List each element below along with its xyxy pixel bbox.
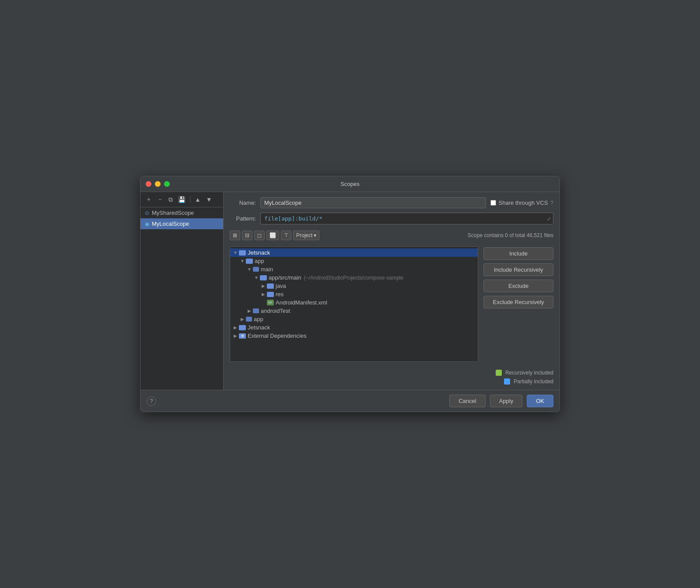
- cancel-button[interactable]: Cancel: [449, 395, 485, 407]
- tree-node-external-deps[interactable]: ⊞ External Dependencies: [230, 332, 478, 340]
- tree-node-app[interactable]: app: [230, 257, 478, 265]
- folder-icon: [239, 325, 246, 330]
- expand-arrow[interactable]: [260, 292, 267, 297]
- tree-node-java[interactable]: java: [230, 282, 478, 290]
- multi-folder-icon: ⊞: [239, 333, 246, 339]
- manifest-file-icon: MF: [267, 300, 274, 305]
- tree-node-androidtest[interactable]: androidTest: [230, 307, 478, 315]
- tree-node-app-src-main[interactable]: app/src/main (~/AndroidStudioProjects/co…: [230, 273, 478, 282]
- title-bar: Scopes: [140, 176, 560, 192]
- folder-icon: [253, 308, 259, 313]
- dialog-title: Scopes: [340, 181, 359, 187]
- toolbar-separator: [190, 196, 190, 203]
- include-recursively-button[interactable]: Include Recursively: [483, 263, 553, 276]
- expand-arrow[interactable]: [239, 317, 246, 322]
- partially-included-label: Partially included: [514, 378, 553, 385]
- add-scope-button[interactable]: ＋: [144, 195, 154, 204]
- dialog-body: ＋ － ⧉ 💾 ▲ ▼ ⊙ MySharedScope ◉ MyLocalSco…: [140, 192, 560, 390]
- project-label: Project: [296, 232, 312, 238]
- folder-icon: [246, 317, 252, 322]
- node-label: main: [261, 266, 273, 273]
- node-label-secondary: (~/AndroidStudioProjects/compose-sample: [304, 275, 403, 281]
- pattern-input-wrap: ⤢: [260, 213, 553, 224]
- recursively-included-label: Recursively included: [505, 370, 553, 376]
- expand-arrow[interactable]: [246, 267, 253, 272]
- folder-icon: [239, 250, 246, 256]
- legend-recursively-included: Recursively included: [496, 370, 553, 376]
- expand-arrow[interactable]: [260, 284, 267, 288]
- action-panel: Include Include Recursively Exclude Excl…: [483, 246, 553, 362]
- minimize-button[interactable]: [155, 181, 161, 187]
- sidebar-item-mysharedscope[interactable]: ⊙ MySharedScope: [140, 207, 223, 218]
- ok-button[interactable]: OK: [527, 395, 553, 407]
- file-tree[interactable]: Jetsnack app main: [230, 246, 478, 362]
- node-label: res: [276, 291, 284, 298]
- pattern-row: Pattern: ⤢: [230, 213, 553, 224]
- close-button[interactable]: [146, 181, 151, 187]
- sidebar-item-mylocalscope[interactable]: ◉ MyLocalScope: [140, 218, 223, 229]
- scope-status: Scope contains 0 of total 46,521 files: [468, 232, 553, 238]
- expand-arrow[interactable]: [232, 250, 239, 255]
- bottom-bar: ? Cancel Apply OK: [140, 390, 560, 412]
- expand-all-button[interactable]: ⊟: [242, 231, 252, 240]
- include-button[interactable]: Include: [483, 247, 553, 260]
- content-area: Jetsnack app main: [230, 246, 553, 362]
- maximize-button[interactable]: [164, 181, 170, 187]
- sidebar-item-label: MySharedScope: [152, 210, 194, 216]
- node-label: app: [255, 258, 264, 264]
- pattern-expand-icon[interactable]: ⤢: [547, 216, 551, 221]
- node-label: app/src/main: [269, 274, 301, 281]
- project-dropdown-button[interactable]: Project ▾: [293, 231, 319, 240]
- expand-arrow[interactable]: [239, 259, 246, 263]
- legend-area: Recursively included Partially included: [230, 366, 553, 385]
- name-row: Name: Share through VCS ?: [230, 197, 553, 208]
- tree-node-res[interactable]: res: [230, 290, 478, 298]
- save-scope-button[interactable]: 💾: [176, 195, 187, 204]
- folder-icon: [267, 292, 274, 297]
- help-button[interactable]: ?: [147, 396, 156, 406]
- node-label: java: [276, 283, 286, 289]
- filter-button[interactable]: ⊤: [281, 231, 291, 240]
- copy-scope-button[interactable]: ⧉: [167, 195, 175, 204]
- share-vcs-help-icon[interactable]: ?: [550, 200, 553, 206]
- dropdown-arrow-icon: ▾: [314, 232, 316, 238]
- sidebar-item-label: MyLocalScope: [152, 220, 189, 227]
- share-vcs-checkbox[interactable]: [490, 200, 496, 206]
- move-down-button[interactable]: ▼: [204, 195, 214, 204]
- expand-arrow[interactable]: [246, 308, 253, 313]
- show-files-button[interactable]: ◻: [254, 231, 265, 240]
- partially-included-swatch: [504, 378, 510, 385]
- bottom-right: Cancel Apply OK: [449, 395, 553, 407]
- node-label: androidTest: [261, 308, 290, 314]
- node-label: app: [254, 316, 263, 322]
- expand-arrow[interactable]: [232, 325, 239, 330]
- show-modules-button[interactable]: ⬜: [266, 231, 279, 240]
- shared-scope-icon: ⊙: [145, 210, 149, 216]
- main-content: Name: Share through VCS ? Pattern: ⤢ ⊞: [224, 192, 560, 390]
- sidebar: ＋ － ⧉ 💾 ▲ ▼ ⊙ MySharedScope ◉ MyLocalSco…: [140, 192, 224, 390]
- move-up-button[interactable]: ▲: [193, 195, 203, 204]
- pattern-input[interactable]: [260, 213, 553, 224]
- share-vcs-label: Share through VCS: [499, 200, 548, 206]
- recursively-included-swatch: [496, 370, 502, 376]
- folder-icon: [267, 284, 274, 289]
- expand-arrow[interactable]: [232, 333, 239, 338]
- tree-node-androidmanifest[interactable]: MF AndroidManifest.xml: [230, 298, 478, 307]
- folder-icon: [253, 267, 259, 272]
- remove-scope-button[interactable]: －: [155, 195, 165, 204]
- exclude-recursively-button[interactable]: Exclude Recursively: [483, 296, 553, 308]
- apply-button[interactable]: Apply: [490, 395, 523, 407]
- name-label: Name:: [230, 200, 256, 206]
- exclude-button[interactable]: Exclude: [483, 280, 553, 292]
- tree-node-app2[interactable]: app: [230, 315, 478, 323]
- node-label: Jetsnack: [248, 324, 270, 331]
- tree-node-jetsnack-root[interactable]: Jetsnack: [230, 248, 478, 257]
- local-scope-icon: ◉: [145, 221, 149, 227]
- legend-partially-included: Partially included: [504, 378, 553, 385]
- expand-arrow[interactable]: [253, 275, 260, 280]
- bottom-left: ?: [147, 396, 156, 406]
- flatten-packages-button[interactable]: ⊞: [230, 231, 240, 240]
- tree-node-main[interactable]: main: [230, 265, 478, 273]
- name-input[interactable]: [260, 197, 486, 208]
- tree-node-jetsnack2[interactable]: Jetsnack: [230, 323, 478, 332]
